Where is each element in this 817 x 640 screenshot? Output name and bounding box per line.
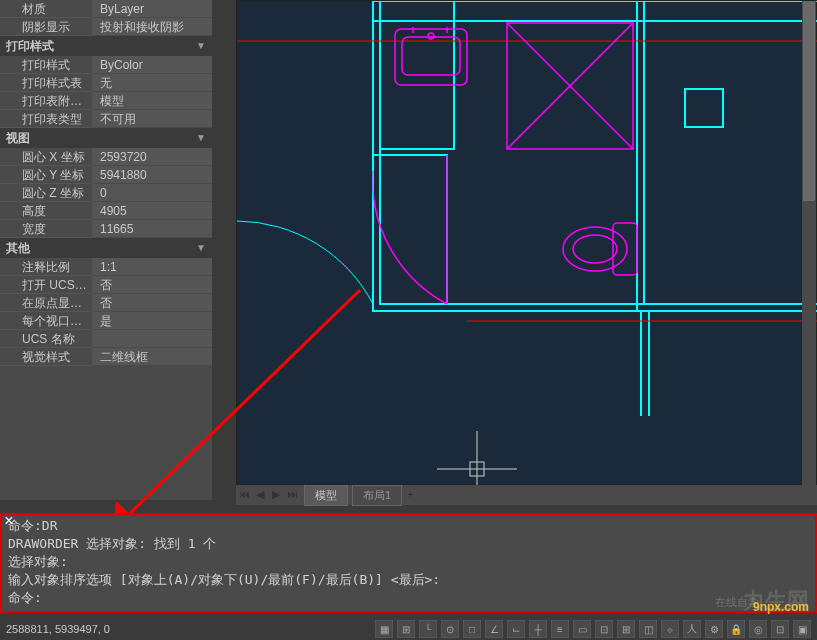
tab-prev-icon[interactable]: ◀: [253, 488, 267, 502]
svg-point-5: [428, 33, 434, 39]
lock-icon[interactable]: 🔒: [727, 620, 745, 638]
scale-icon[interactable]: 人: [683, 620, 701, 638]
grid-icon[interactable]: ▦: [375, 620, 393, 638]
scroll-thumb[interactable]: [803, 1, 815, 201]
prop-center-x[interactable]: 圆心 X 坐标 2593720: [0, 148, 212, 166]
cmd-close-icon[interactable]: ×: [2, 515, 16, 529]
cmd-line-4: 输入对象排序选项 [对象上(A)/对象下(U)/最前(F)/最后(B)] <最后…: [8, 571, 809, 589]
prop-center-y[interactable]: 圆心 Y 坐标 5941880: [0, 166, 212, 184]
chevron-down-icon[interactable]: ▼: [196, 240, 206, 256]
tab-first-icon[interactable]: ⏮: [237, 488, 251, 502]
prop-print-attach[interactable]: 打印表附… 模型: [0, 92, 212, 110]
prop-ucs-open[interactable]: 打开 UCS… 否: [0, 276, 212, 294]
vertical-scrollbar[interactable]: [802, 1, 816, 486]
hw-icon[interactable]: ◎: [749, 620, 767, 638]
iso-icon[interactable]: ⊡: [771, 620, 789, 638]
anno-icon[interactable]: ⟐: [661, 620, 679, 638]
model-toggle[interactable]: ◫: [639, 620, 657, 638]
section-print-header[interactable]: 打印样式 ▼: [0, 36, 212, 56]
prop-shadow[interactable]: 阴影显示 投射和接收阴影: [0, 18, 212, 36]
chevron-down-icon[interactable]: ▼: [196, 38, 206, 54]
prop-visual-style[interactable]: 视觉样式 二维线框: [0, 348, 212, 366]
prop-height[interactable]: 高度 4905: [0, 202, 212, 220]
section-other-header[interactable]: 其他 ▼: [0, 238, 212, 258]
clean-icon[interactable]: ▣: [793, 620, 811, 638]
prop-material[interactable]: 材质 ByLayer: [0, 0, 212, 18]
svg-rect-0: [373, 1, 817, 21]
svg-rect-14: [685, 89, 723, 127]
status-coords: 2588811, 5939497, 0: [6, 623, 110, 635]
prop-ucs-name[interactable]: UCS 名称: [0, 330, 212, 348]
command-line[interactable]: 命令:DR DRAWORDER 选择对象: 找到 1 个 选择对象: 输入对象排…: [0, 513, 817, 613]
cmd-line-1: 命令:DR: [8, 517, 809, 535]
section-view-header[interactable]: 视图 ▼: [0, 128, 212, 148]
prop-print-type[interactable]: 打印表类型 不可用: [0, 110, 212, 128]
chevron-down-icon[interactable]: ▼: [196, 130, 206, 146]
tab-model[interactable]: 模型: [304, 485, 348, 506]
prop-origin-show[interactable]: 在原点显… 否: [0, 294, 212, 312]
layout-tab-bar: ⏮ ◀ ▶ ⏭ 模型 布局1 +: [236, 485, 817, 505]
status-bar: 2588811, 5939497, 0 ▦ ⊞ └ ⊙ □ ∠ ⌙ ┼ ≡ ▭ …: [0, 618, 817, 640]
ws-icon[interactable]: ⚙: [705, 620, 723, 638]
prop-anno-scale[interactable]: 注释比例 1:1: [0, 258, 212, 276]
prop-per-viewport[interactable]: 每个视口… 是: [0, 312, 212, 330]
ducs-icon[interactable]: ⌙: [507, 620, 525, 638]
cmd-line-5: 命令:: [8, 589, 809, 607]
prop-center-z[interactable]: 圆心 Z 坐标 0: [0, 184, 212, 202]
prop-print-table[interactable]: 打印样式表 无: [0, 74, 212, 92]
polar-icon[interactable]: ⊙: [441, 620, 459, 638]
qp-icon[interactable]: ⊡: [595, 620, 613, 638]
sc-icon[interactable]: ⊞: [617, 620, 635, 638]
prop-print-style[interactable]: 打印样式 ByColor: [0, 56, 212, 74]
ortho-icon[interactable]: └: [419, 620, 437, 638]
tab-next-icon[interactable]: ▶: [269, 488, 283, 502]
dyn-icon[interactable]: ┼: [529, 620, 547, 638]
watermark-url: 9npx.com: [753, 600, 809, 614]
svg-point-12: [573, 235, 617, 263]
cmd-line-3: 选择对象:: [8, 553, 809, 571]
tpy-icon[interactable]: ▭: [573, 620, 591, 638]
snap-icon[interactable]: ⊞: [397, 620, 415, 638]
osnap-icon[interactable]: □: [463, 620, 481, 638]
cmd-line-2: DRAWORDER 选择对象: 找到 1 个: [8, 535, 809, 553]
svg-rect-4: [402, 37, 460, 75]
properties-panel: 材质 ByLayer 阴影显示 投射和接收阴影 打印样式 ▼ 打印样式 ByCo…: [0, 0, 212, 500]
cad-drawing[interactable]: [237, 1, 817, 486]
tab-layout1[interactable]: 布局1: [352, 485, 402, 506]
drawing-canvas[interactable]: [236, 0, 817, 485]
tab-add-icon[interactable]: +: [403, 488, 417, 502]
lwt-icon[interactable]: ≡: [551, 620, 569, 638]
otrack-icon[interactable]: ∠: [485, 620, 503, 638]
tab-last-icon[interactable]: ⏭: [285, 488, 299, 502]
prop-width[interactable]: 宽度 11665: [0, 220, 212, 238]
